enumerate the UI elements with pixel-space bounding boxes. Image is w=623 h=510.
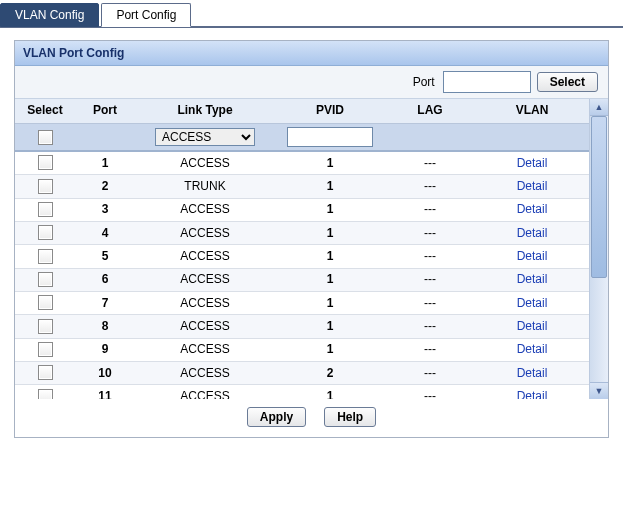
detail-link[interactable]: Detail <box>517 319 548 333</box>
cell-port: 2 <box>75 175 135 198</box>
cell-port: 4 <box>75 221 135 244</box>
cell-lag: --- <box>385 221 475 244</box>
detail-link[interactable]: Detail <box>517 272 548 286</box>
table-row: 11ACCESS1---Detail <box>15 385 589 399</box>
row-checkbox[interactable] <box>38 389 53 399</box>
tab-port-config[interactable]: Port Config <box>101 3 191 27</box>
row-checkbox[interactable] <box>38 342 53 357</box>
table-row: 3ACCESS1---Detail <box>15 198 589 221</box>
cell-port: 8 <box>75 315 135 338</box>
detail-link[interactable]: Detail <box>517 296 548 310</box>
cell-lag: --- <box>385 175 475 198</box>
vlan-port-config-panel: VLAN Port Config Port Select Select Port… <box>14 40 609 438</box>
port-search-select-button[interactable]: Select <box>537 72 598 92</box>
select-all-checkbox[interactable] <box>38 130 53 145</box>
port-table: Select Port Link Type PVID LAG VLAN <box>15 99 589 399</box>
cell-pvid: 1 <box>275 315 385 338</box>
detail-link[interactable]: Detail <box>517 389 548 399</box>
row-checkbox[interactable] <box>38 272 53 287</box>
apply-button[interactable]: Apply <box>247 407 306 427</box>
col-header-select: Select <box>15 99 75 124</box>
row-checkbox[interactable] <box>38 179 53 194</box>
cell-lag: --- <box>385 245 475 268</box>
cell-link-type: ACCESS <box>135 245 275 268</box>
cell-lag: --- <box>385 151 475 175</box>
vertical-scrollbar[interactable]: ▲ ▼ <box>589 99 608 399</box>
cell-port: 9 <box>75 338 135 361</box>
cell-port: 7 <box>75 291 135 314</box>
cell-pvid: 1 <box>275 245 385 268</box>
detail-link[interactable]: Detail <box>517 202 548 216</box>
cell-port: 3 <box>75 198 135 221</box>
cell-lag: --- <box>385 268 475 291</box>
cell-link-type: ACCESS <box>135 198 275 221</box>
cell-pvid: 1 <box>275 221 385 244</box>
row-checkbox[interactable] <box>38 319 53 334</box>
col-header-vlan: VLAN <box>475 99 589 124</box>
scroll-down-button[interactable]: ▼ <box>590 382 608 399</box>
port-search-input[interactable] <box>443 71 531 93</box>
table-row: 8ACCESS1---Detail <box>15 315 589 338</box>
cell-port: 10 <box>75 361 135 384</box>
row-checkbox[interactable] <box>38 155 53 170</box>
scroll-up-button[interactable]: ▲ <box>590 99 608 116</box>
pvid-filter-input[interactable] <box>287 127 373 147</box>
port-table-scroll: Select Port Link Type PVID LAG VLAN <box>15 99 589 399</box>
port-search-bar: Port Select <box>15 66 608 99</box>
cell-pvid: 1 <box>275 175 385 198</box>
row-checkbox[interactable] <box>38 295 53 310</box>
table-row: 4ACCESS1---Detail <box>15 221 589 244</box>
cell-link-type: ACCESS <box>135 291 275 314</box>
cell-port: 6 <box>75 268 135 291</box>
link-type-filter-select[interactable]: ACCESS <box>155 128 255 146</box>
scroll-track[interactable] <box>590 116 608 382</box>
detail-link[interactable]: Detail <box>517 249 548 263</box>
cell-lag: --- <box>385 291 475 314</box>
cell-link-type: ACCESS <box>135 361 275 384</box>
row-checkbox[interactable] <box>38 365 53 380</box>
tab-vlan-config[interactable]: VLAN Config <box>0 3 99 27</box>
table-row: 5ACCESS1---Detail <box>15 245 589 268</box>
help-button[interactable]: Help <box>324 407 376 427</box>
cell-link-type: ACCESS <box>135 221 275 244</box>
cell-pvid: 1 <box>275 338 385 361</box>
table-row: 9ACCESS1---Detail <box>15 338 589 361</box>
detail-link[interactable]: Detail <box>517 226 548 240</box>
port-search-label: Port <box>413 75 435 89</box>
cell-link-type: ACCESS <box>135 338 275 361</box>
cell-lag: --- <box>385 361 475 384</box>
cell-port: 5 <box>75 245 135 268</box>
footer-buttons: Apply Help <box>15 399 608 437</box>
scroll-thumb[interactable] <box>591 116 607 278</box>
cell-lag: --- <box>385 385 475 399</box>
row-checkbox[interactable] <box>38 202 53 217</box>
table-row: 7ACCESS1---Detail <box>15 291 589 314</box>
detail-link[interactable]: Detail <box>517 156 548 170</box>
cell-pvid: 1 <box>275 268 385 291</box>
cell-pvid: 1 <box>275 198 385 221</box>
cell-pvid: 1 <box>275 291 385 314</box>
cell-link-type: ACCESS <box>135 151 275 175</box>
table-row: 2TRUNK1---Detail <box>15 175 589 198</box>
table-row: 6ACCESS1---Detail <box>15 268 589 291</box>
filter-row: ACCESS <box>15 124 589 152</box>
cell-pvid: 1 <box>275 151 385 175</box>
detail-link[interactable]: Detail <box>517 179 548 193</box>
panel-title: VLAN Port Config <box>15 41 608 66</box>
detail-link[interactable]: Detail <box>517 342 548 356</box>
col-header-port: Port <box>75 99 135 124</box>
row-checkbox[interactable] <box>38 225 53 240</box>
tab-bar: VLAN Config Port Config <box>0 2 623 28</box>
cell-lag: --- <box>385 315 475 338</box>
cell-link-type: ACCESS <box>135 268 275 291</box>
cell-link-type: ACCESS <box>135 385 275 399</box>
cell-pvid: 1 <box>275 385 385 399</box>
header-row: Select Port Link Type PVID LAG VLAN <box>15 99 589 124</box>
row-checkbox[interactable] <box>38 249 53 264</box>
detail-link[interactable]: Detail <box>517 366 548 380</box>
cell-pvid: 2 <box>275 361 385 384</box>
col-header-pvid: PVID <box>275 99 385 124</box>
cell-lag: --- <box>385 338 475 361</box>
cell-port: 1 <box>75 151 135 175</box>
cell-lag: --- <box>385 198 475 221</box>
